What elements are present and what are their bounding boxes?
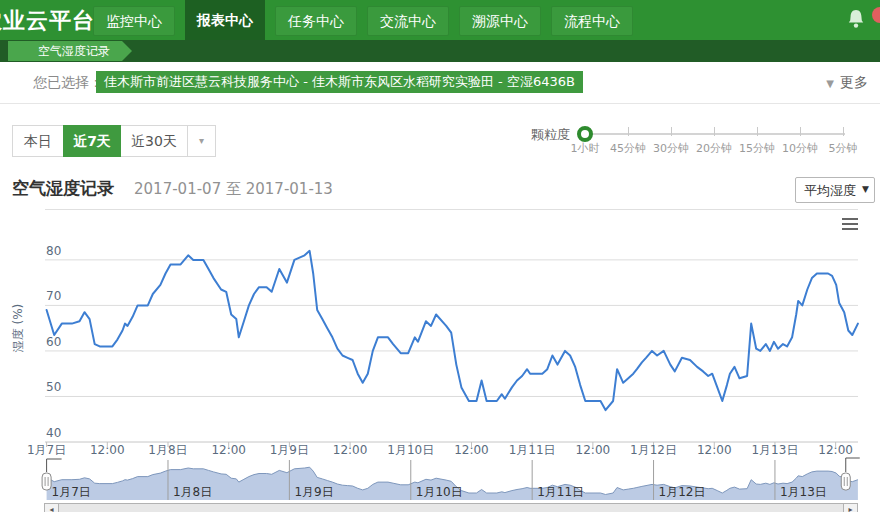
granularity-tick	[671, 127, 672, 136]
metric-dropdown[interactable]: 平均湿度 ▼	[795, 177, 875, 203]
top-navbar: 农业云平台 监控中心报表中心任务中心交流中心溯源中心流程中心	[0, 0, 880, 40]
y-axis-labels: 4050607080	[46, 244, 61, 440]
granularity-option-5分钟[interactable]: 5分钟	[829, 141, 858, 156]
granularity-option-10分钟[interactable]: 10分钟	[782, 141, 818, 156]
svg-text:1月12日: 1月12日	[659, 485, 706, 499]
chart-navigator[interactable]: 1月7日1月8日1月9日1月10日1月11日1月12日1月13日	[0, 455, 880, 505]
humidity-series-line	[47, 251, 858, 410]
navigator-right-handle-bracket	[846, 458, 860, 472]
granularity-tick	[800, 127, 801, 136]
svg-text:1月10日: 1月10日	[416, 485, 463, 499]
granularity-tick	[757, 127, 758, 136]
report-date-range: 2017-01-07 至 2017-01-13	[134, 180, 333, 199]
granularity-tick	[628, 127, 629, 136]
granularity-slider-track[interactable]	[580, 133, 845, 135]
range-more-button[interactable]: ▾	[187, 125, 216, 157]
h-scrollbar[interactable]: ◂ ▸	[44, 503, 858, 512]
date-range-tabs: 本日近7天近30天▾	[12, 125, 216, 157]
notification-badge	[872, 7, 880, 23]
more-button[interactable]: ▼更多	[826, 74, 868, 92]
navigator-left-handle[interactable]	[42, 473, 51, 490]
breadcrumb-bar: 空气湿度记录	[0, 40, 880, 62]
granularity-option-1小时[interactable]: 1小时	[571, 141, 600, 156]
scroll-thumb[interactable]	[59, 504, 843, 512]
svg-text:1月9日: 1月9日	[294, 485, 333, 499]
granularity-tick	[714, 127, 715, 136]
svg-text:1月11日: 1月11日	[537, 485, 584, 499]
nav-tab-流程中心[interactable]: 流程中心	[551, 6, 633, 36]
navigator-left-handle-bracket	[47, 459, 62, 472]
bell-icon	[846, 9, 866, 31]
header-divider	[45, 209, 858, 210]
more-label: 更多	[840, 74, 868, 90]
scroll-right-button[interactable]: ▸	[843, 504, 857, 512]
selection-label: 您已选择：	[33, 74, 103, 92]
range-tab-近7天[interactable]: 近7天	[63, 125, 121, 157]
nav-tab-监控中心[interactable]: 监控中心	[93, 6, 175, 36]
chevron-down-icon: ▼	[826, 78, 834, 89]
granularity-option-15分钟[interactable]: 15分钟	[739, 141, 775, 156]
humidity-line-chart: 4050607080湿度 (%)1月7日12:001月8日12:001月9日12…	[0, 228, 880, 456]
nav-tab-交流中心[interactable]: 交流中心	[367, 6, 449, 36]
granularity-tick	[843, 127, 844, 136]
svg-text:70: 70	[46, 289, 61, 303]
notifications-button[interactable]	[846, 9, 866, 31]
breadcrumb[interactable]: 空气湿度记录	[8, 41, 132, 61]
svg-text:60: 60	[46, 335, 61, 349]
selection-bar: 您已选择： 佳木斯市前进区慧云科技服务中心 - 佳木斯市东风区水稻研究实验田 -…	[0, 62, 880, 104]
x-axis-labels: 1月7日12:001月8日12:001月9日12:001月10日12:001月1…	[27, 442, 853, 456]
selected-device-chip[interactable]: 佳木斯市前进区慧云科技服务中心 - 佳木斯市东风区水稻研究实验田 - 空湿643…	[96, 71, 583, 93]
range-tab-近30天[interactable]: 近30天	[120, 125, 188, 157]
svg-text:1月13日: 1月13日	[780, 485, 827, 499]
granularity-label: 颗粒度	[531, 126, 570, 144]
svg-text:80: 80	[46, 244, 61, 258]
nav-tab-任务中心[interactable]: 任务中心	[275, 6, 357, 36]
hamburger-icon	[842, 218, 858, 220]
svg-text:1月7日: 1月7日	[52, 485, 91, 499]
y-axis-title: 湿度 (%)	[11, 304, 25, 354]
y-gridlines	[45, 260, 858, 442]
granularity-option-45分钟[interactable]: 45分钟	[610, 141, 646, 156]
svg-text:1月8日: 1月8日	[173, 485, 212, 499]
nav-tab-溯源中心[interactable]: 溯源中心	[459, 6, 541, 36]
metric-dropdown-value: 平均湿度	[804, 182, 856, 200]
granularity-option-20分钟[interactable]: 20分钟	[696, 141, 732, 156]
report-title: 空气湿度记录	[12, 177, 114, 200]
navigator-right-handle[interactable]	[841, 473, 850, 490]
granularity-option-30分钟[interactable]: 30分钟	[653, 141, 689, 156]
chevron-down-icon: ▼	[862, 184, 869, 194]
svg-text:50: 50	[46, 380, 61, 394]
app-logo: 农业云平台	[0, 6, 95, 36]
range-tab-本日[interactable]: 本日	[12, 125, 64, 157]
scroll-left-button[interactable]: ◂	[45, 504, 59, 512]
granularity-slider-handle[interactable]	[577, 126, 593, 142]
svg-text:40: 40	[46, 426, 61, 440]
